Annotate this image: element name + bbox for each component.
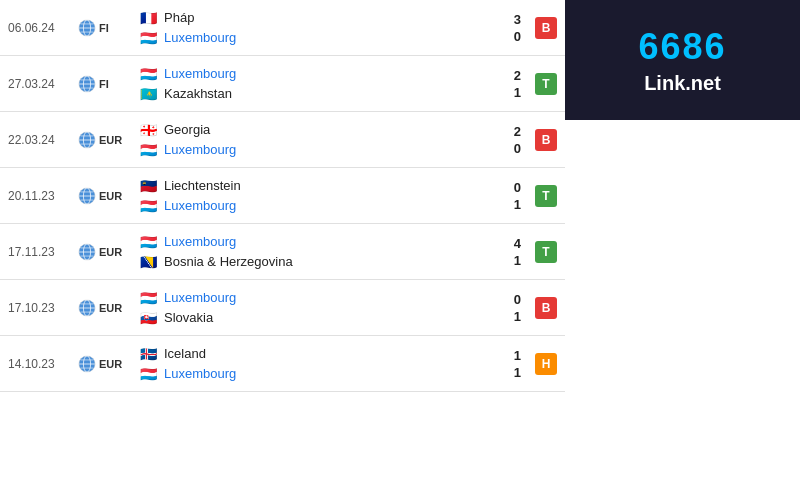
team-row: 🇮🇸Iceland — [138, 344, 493, 363]
team-name: Luxembourg — [164, 142, 493, 157]
match-group: 22.03.24 EUR🇬🇪Georgia🇱🇺Luxembourg20B — [0, 112, 565, 168]
ad-subtitle: Link.net — [644, 72, 721, 95]
result-badge[interactable]: T — [535, 185, 557, 207]
teams-section: 🇱🇺Luxembourg🇰🇿Kazakhstan — [138, 64, 493, 103]
flag-lu: 🇱🇺 — [138, 31, 158, 45]
match-group: 20.11.23 EUR🇱🇮Liechtenstein🇱🇺Luxembourg0… — [0, 168, 565, 224]
score: 2 — [501, 124, 521, 139]
flag-kz: 🇰🇿 — [138, 87, 158, 101]
team-name: Luxembourg — [164, 234, 493, 249]
match-label: FI — [99, 78, 109, 90]
scores-col: 01 — [493, 180, 521, 212]
score: 0 — [501, 292, 521, 307]
result-badge[interactable]: B — [535, 297, 557, 319]
match-label: EUR — [99, 302, 122, 314]
result-badge[interactable]: H — [535, 353, 557, 375]
flag-is: 🇮🇸 — [138, 347, 158, 361]
team-row: 🇬🇪Georgia — [138, 120, 493, 139]
team-row: 🇱🇺Luxembourg — [138, 64, 493, 83]
team-row: 🇱🇮Liechtenstein — [138, 176, 493, 195]
team-name: Luxembourg — [164, 366, 493, 381]
match-group: 06.06.24 FI🇫🇷Pháp🇱🇺Luxembourg30B — [0, 0, 565, 56]
team-row: 🇱🇺Luxembourg — [138, 232, 493, 251]
team-name: Luxembourg — [164, 198, 493, 213]
flag-lu: 🇱🇺 — [138, 291, 158, 305]
team-name: Luxembourg — [164, 290, 493, 305]
scores-col: 30 — [493, 12, 521, 44]
team-name: Georgia — [164, 122, 493, 137]
scores-col: 11 — [493, 348, 521, 380]
match-date: 17.11.23 — [8, 245, 78, 259]
flag-ge: 🇬🇪 — [138, 123, 158, 137]
ad-banner[interactable]: 6686 Link.net — [565, 0, 800, 120]
match-date: 06.06.24 — [8, 21, 78, 35]
score: 1 — [501, 309, 521, 324]
flag-lu: 🇱🇺 — [138, 367, 158, 381]
scores-col: 41 — [493, 236, 521, 268]
scores-col: 01 — [493, 292, 521, 324]
team-row: 🇫🇷Pháp — [138, 8, 493, 27]
teams-section: 🇬🇪Georgia🇱🇺Luxembourg — [138, 120, 493, 159]
team-name: Luxembourg — [164, 66, 493, 81]
team-row: 🇧🇦Bosnia & Herzegovina — [138, 252, 493, 271]
match-date: 22.03.24 — [8, 133, 78, 147]
result-badge[interactable]: T — [535, 241, 557, 263]
match-label: FI — [99, 22, 109, 34]
match-date: 20.11.23 — [8, 189, 78, 203]
teams-section: 🇱🇺Luxembourg🇧🇦Bosnia & Herzegovina — [138, 232, 493, 271]
match-type: EUR — [78, 299, 138, 317]
flag-fr: 🇫🇷 — [138, 11, 158, 25]
flag-lu: 🇱🇺 — [138, 235, 158, 249]
scores-col: 20 — [493, 124, 521, 156]
match-label: EUR — [99, 190, 122, 202]
matches-panel: 06.06.24 FI🇫🇷Pháp🇱🇺Luxembourg30B27.03.24… — [0, 0, 565, 500]
teams-section: 🇫🇷Pháp🇱🇺Luxembourg — [138, 8, 493, 47]
match-type: FI — [78, 19, 138, 37]
team-row: 🇱🇺Luxembourg — [138, 364, 493, 383]
team-row: 🇱🇺Luxembourg — [138, 196, 493, 215]
score: 1 — [501, 253, 521, 268]
result-badge[interactable]: B — [535, 129, 557, 151]
match-date: 17.10.23 — [8, 301, 78, 315]
match-type: EUR — [78, 187, 138, 205]
team-row: 🇱🇺Luxembourg — [138, 28, 493, 47]
flag-lu: 🇱🇺 — [138, 143, 158, 157]
score: 1 — [501, 85, 521, 100]
score: 1 — [501, 348, 521, 363]
team-name: Bosnia & Herzegovina — [164, 254, 493, 269]
match-type: FI — [78, 75, 138, 93]
side-panel: 6686 Link.net — [565, 0, 800, 500]
match-type: EUR — [78, 355, 138, 373]
score: 1 — [501, 365, 521, 380]
match-label: EUR — [99, 134, 122, 146]
team-name: Kazakhstan — [164, 86, 493, 101]
match-group: 17.11.23 EUR🇱🇺Luxembourg🇧🇦Bosnia & Herze… — [0, 224, 565, 280]
team-name: Luxembourg — [164, 30, 493, 45]
team-row: 🇱🇺Luxembourg — [138, 140, 493, 159]
score: 0 — [501, 141, 521, 156]
scores-col: 21 — [493, 68, 521, 100]
flag-lu: 🇱🇺 — [138, 199, 158, 213]
team-name: Slovakia — [164, 310, 493, 325]
score: 0 — [501, 180, 521, 195]
result-badge[interactable]: T — [535, 73, 557, 95]
match-type: EUR — [78, 131, 138, 149]
match-group: 17.10.23 EUR🇱🇺Luxembourg🇸🇰Slovakia01B — [0, 280, 565, 336]
match-group: 27.03.24 FI🇱🇺Luxembourg🇰🇿Kazakhstan21T — [0, 56, 565, 112]
ad-title: 6686 — [638, 26, 726, 68]
team-row: 🇱🇺Luxembourg — [138, 288, 493, 307]
flag-ba: 🇧🇦 — [138, 255, 158, 269]
team-name: Iceland — [164, 346, 493, 361]
match-label: EUR — [99, 246, 122, 258]
match-label: EUR — [99, 358, 122, 370]
match-type: EUR — [78, 243, 138, 261]
match-date: 14.10.23 — [8, 357, 78, 371]
teams-section: 🇱🇺Luxembourg🇸🇰Slovakia — [138, 288, 493, 327]
teams-section: 🇮🇸Iceland🇱🇺Luxembourg — [138, 344, 493, 383]
result-badge[interactable]: B — [535, 17, 557, 39]
score: 2 — [501, 68, 521, 83]
match-group: 14.10.23 EUR🇮🇸Iceland🇱🇺Luxembourg11H — [0, 336, 565, 392]
score: 3 — [501, 12, 521, 27]
score: 1 — [501, 197, 521, 212]
team-row: 🇰🇿Kazakhstan — [138, 84, 493, 103]
